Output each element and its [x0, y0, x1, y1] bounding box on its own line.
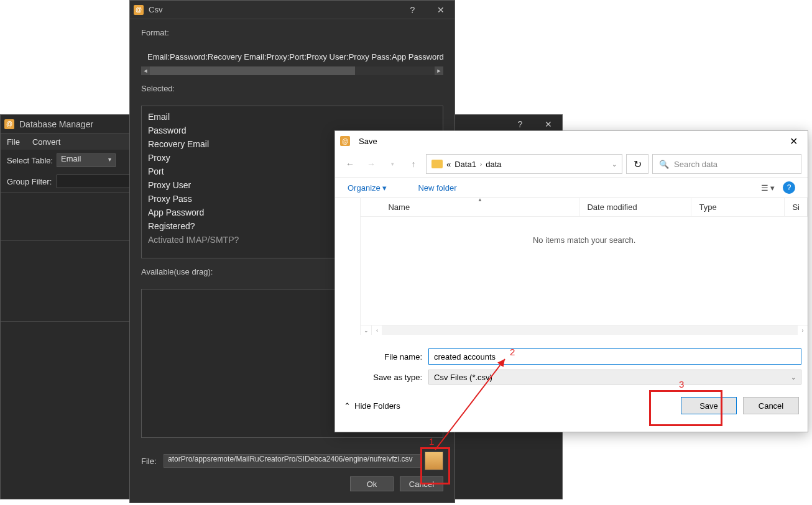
column-headers: ▲Name Date modified Type Si [361, 198, 808, 217]
organize-button[interactable]: Organize ▾ [348, 183, 387, 193]
csv-titlebar: @ Csv ? ✕ [130, 1, 454, 19]
close-button[interactable]: ✕ [427, 1, 454, 19]
group-filter-label: Group Filter: [7, 177, 57, 186]
cancel-button[interactable]: Cancel [743, 397, 799, 414]
file-name-input[interactable] [428, 348, 801, 365]
format-scrollbar[interactable]: ◄► [141, 66, 443, 75]
new-folder-button[interactable]: New folder [418, 183, 456, 193]
col-date[interactable]: Date modified [579, 198, 691, 216]
list-item[interactable]: Email [148, 110, 436, 124]
save-title-text: Save [359, 137, 780, 146]
chevron-down-icon[interactable]: ⌄ [612, 161, 617, 168]
view-options-button[interactable]: ☰ ▾ [760, 180, 775, 195]
format-string: Email:Password:Recovery Email:Proxy:Port… [147, 52, 443, 61]
folder-icon [431, 160, 443, 168]
select-table-label: Select Table: [7, 156, 57, 165]
help-icon[interactable]: ? [783, 181, 795, 194]
search-icon: 🔍 [659, 160, 669, 169]
save-type-select[interactable]: Csv Files (*.csv)⌄ [428, 370, 801, 384]
chevron-right-icon: › [480, 161, 482, 168]
save-dialog: @ Save ✕ ← → ▾ ↑ « Data1 › data ⌄ ↻ 🔍 Se… [334, 130, 808, 432]
help-button[interactable]: ? [399, 1, 427, 19]
save-type-label: Save as type: [341, 373, 428, 382]
nav-dropdown-button[interactable]: ▾ [384, 155, 401, 173]
selected-label: Selected: [141, 84, 443, 93]
breadcrumb[interactable]: « Data1 › data ⌄ [426, 154, 622, 174]
search-input[interactable]: 🔍 Search data [652, 154, 801, 174]
app-icon: @ [4, 119, 14, 129]
breadcrumb-part[interactable]: Data1 [454, 160, 476, 169]
col-name[interactable]: ▲Name [381, 198, 579, 216]
file-list-scrollbar[interactable]: ⌄ ‹› [361, 325, 808, 335]
nav-up-button[interactable]: ↑ [405, 155, 422, 173]
navigation-pane[interactable] [335, 198, 361, 335]
nav-back-button[interactable]: ← [341, 155, 359, 173]
save-titlebar: @ Save ✕ [335, 131, 808, 151]
close-button[interactable]: ✕ [780, 131, 808, 151]
breadcrumb-part[interactable]: data [486, 160, 501, 169]
empty-message: No items match your search. [361, 217, 808, 325]
browse-folder-button[interactable] [425, 452, 443, 470]
save-button[interactable]: Save [681, 397, 737, 414]
col-type[interactable]: Type [691, 198, 785, 216]
ok-button[interactable]: Ok [350, 476, 394, 491]
chevron-up-icon: ⌃ [344, 401, 351, 411]
menu-convert[interactable]: Convert [26, 137, 67, 147]
app-icon: @ [134, 5, 144, 15]
refresh-button[interactable]: ↻ [626, 154, 648, 174]
col-size[interactable]: Si [785, 198, 808, 216]
format-label: Format: [141, 28, 443, 37]
app-icon: @ [340, 136, 350, 146]
select-table-dropdown[interactable]: Email [57, 153, 116, 167]
file-path-input[interactable]: atorPro/appsremote/MailRuCreatorPro/SIDe… [164, 454, 421, 468]
expand-tree-button[interactable]: ⌄ [361, 325, 372, 335]
csv-title-text: Csv [149, 5, 399, 14]
hide-folders-button[interactable]: ⌃ Hide Folders [344, 401, 400, 411]
menu-file[interactable]: File [1, 137, 26, 147]
file-name-label: File name: [341, 352, 428, 362]
file-label: File: [141, 457, 160, 466]
nav-forward-button[interactable]: → [362, 155, 380, 173]
cancel-button[interactable]: Cancel [400, 476, 443, 491]
